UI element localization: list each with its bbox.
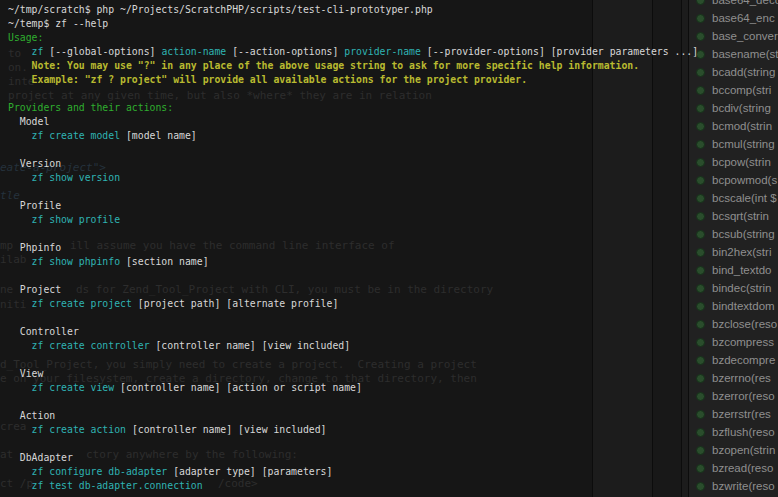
terminal-text-segment [8, 424, 32, 435]
terminal-line: Phpinfo [8, 241, 698, 255]
terminal-text-segment [8, 466, 32, 477]
terminal-line [8, 227, 698, 241]
terminal-line: Example: "zf ? project" will provide all… [8, 73, 698, 87]
terminal-line: zf create project [project path] [altern… [8, 297, 698, 311]
function-label: bzerrstr(res [712, 408, 771, 420]
terminal-text-segment: ~/temp$ zf --help [8, 18, 108, 29]
terminal-line [8, 87, 698, 101]
terminal-text-segment: [--provider-options] [427, 46, 551, 57]
function-list-item[interactable]: bindtextdom [689, 297, 778, 315]
function-label: bindtextdom [712, 300, 775, 312]
terminal-text-segment: zf create action [32, 424, 132, 435]
function-label: bcpowmod(s [712, 174, 777, 186]
terminal-text-segment: zf [32, 46, 50, 57]
function-list-item[interactable]: bzopen(strin [689, 441, 778, 459]
function-list-item[interactable]: bzflush(reso [689, 423, 778, 441]
terminal-text-segment: zf create controller [32, 340, 156, 351]
function-label: base64_enc [712, 12, 775, 24]
function-list-item[interactable]: bin2hex(stri [689, 243, 778, 261]
terminal-output[interactable]: ~/tmp/scratch$ php ~/Projects/ScratchPHP… [8, 3, 698, 493]
function-label: bcsqrt(strin [712, 210, 769, 222]
terminal-text-segment: Phpinfo [8, 242, 61, 253]
terminal-line: DbAdapter [8, 451, 698, 465]
terminal-line: Usage: [8, 31, 698, 45]
function-list-item[interactable]: bind_textdo [689, 261, 778, 279]
function-label: bcscale(int $ [712, 192, 777, 204]
function-list-item[interactable]: bccomp(stri [689, 81, 778, 99]
terminal-text-segment: Usage: [8, 32, 43, 43]
function-label: bin2hex(stri [712, 246, 771, 258]
terminal-text-segment: Providers and their actions: [8, 102, 173, 113]
function-list-item[interactable]: bcscale(int $ [689, 189, 778, 207]
terminal-line: ~/tmp/scratch$ php ~/Projects/ScratchPHP… [8, 3, 698, 17]
function-label: bzclose(reso [712, 318, 777, 330]
function-list-item[interactable]: bcsqrt(strin [689, 207, 778, 225]
function-list-item[interactable]: base_conver [689, 27, 778, 45]
terminal-line: Project [8, 283, 698, 297]
function-list: base64_decode(stbase64_encbase_converbas… [689, 0, 778, 497]
function-list-sidebar: base64_decode(stbase64_encbase_converbas… [689, 0, 778, 497]
terminal-line [8, 269, 698, 283]
function-label: bccomp(stri [712, 84, 771, 96]
function-list-item[interactable]: bcdiv(string [689, 99, 778, 117]
function-list-item[interactable]: bzclose(reso [689, 315, 778, 333]
terminal-line [8, 185, 698, 199]
function-label: bzcompress [712, 336, 774, 348]
function-label: base64_decode(st [712, 0, 778, 6]
terminal-line: Controller [8, 325, 698, 339]
terminal-text-segment [8, 172, 32, 183]
function-label: bcadd(string [712, 66, 775, 78]
function-list-item[interactable]: bcpow(strin [689, 153, 778, 171]
terminal-line: zf create controller [controller name] [… [8, 339, 698, 353]
function-list-item[interactable]: bcadd(string [689, 63, 778, 81]
function-list-item[interactable]: bzerrno(res [689, 369, 778, 387]
function-label: bzerror(reso [712, 390, 775, 402]
terminal-text-segment: View [8, 368, 43, 379]
terminal-line: zf show profile [8, 213, 698, 227]
function-label: bzopen(strin [712, 444, 775, 456]
terminal-text-segment: [--action-options] [232, 46, 344, 57]
function-list-item[interactable]: base64_decode(st [689, 0, 778, 9]
terminal-line [8, 143, 698, 157]
function-list-item[interactable]: bcmod(strin [689, 117, 778, 135]
function-label: bzwrite(reso [712, 480, 775, 492]
terminal-text-segment: Note: You may use "?" in any place of th… [8, 60, 639, 71]
terminal-line [8, 395, 698, 409]
function-list-item[interactable]: base64_enc [689, 9, 778, 27]
terminal-text-segment: Action [8, 410, 55, 421]
function-list-item[interactable]: bcmul(string [689, 135, 778, 153]
function-label: bzflush(reso [712, 426, 775, 438]
terminal-line: zf create view [controller name] [action… [8, 381, 698, 395]
terminal-line: zf show version [8, 171, 698, 185]
screen: { "colors": { "terminal_foreground": "#d… [0, 0, 778, 497]
function-label: basename(st [712, 48, 778, 60]
function-list-item[interactable]: bzdecompre [689, 351, 778, 369]
function-list-item[interactable]: bcsub(string [689, 225, 778, 243]
function-list-item[interactable]: bzcompress [689, 333, 778, 351]
terminal-text-segment: DbAdapter [8, 452, 73, 463]
terminal-text-segment: [section name] [126, 256, 209, 267]
function-list-item[interactable]: bzerrstr(res [689, 405, 778, 423]
terminal-text-segment: [provider parameters ...] [551, 46, 698, 57]
function-label: bzerrno(res [712, 372, 771, 384]
terminal-line: Providers and their actions: [8, 101, 698, 115]
function-list-item[interactable]: bindec(strin [689, 279, 778, 297]
terminal-text-segment: zf create project [32, 298, 138, 309]
terminal-line: zf create model [model name] [8, 129, 698, 143]
terminal-text-segment: zf show profile [32, 214, 120, 225]
terminal-text-segment: action-name [161, 46, 232, 57]
terminal-text-segment [8, 340, 32, 351]
terminal-line: Action [8, 409, 698, 423]
terminal-text-segment: ~/tmp/scratch$ php ~/Projects/ScratchPHP… [8, 4, 433, 15]
function-list-item[interactable]: bcpowmod(s [689, 171, 778, 189]
terminal-text-segment: zf show phpinfo [32, 256, 126, 267]
function-list-item[interactable]: bzread(reso [689, 459, 778, 477]
terminal-line [8, 437, 698, 451]
terminal-line: zf test db-adapter.connection [8, 479, 698, 493]
function-list-item[interactable]: bzwrite(reso [689, 477, 778, 495]
terminal-text-segment [8, 214, 32, 225]
function-list-item[interactable]: bzerror(reso [689, 387, 778, 405]
function-list-item[interactable]: basename(st [689, 45, 778, 63]
function-label: base_conver [712, 30, 778, 42]
terminal-text-segment: Model [8, 116, 49, 127]
